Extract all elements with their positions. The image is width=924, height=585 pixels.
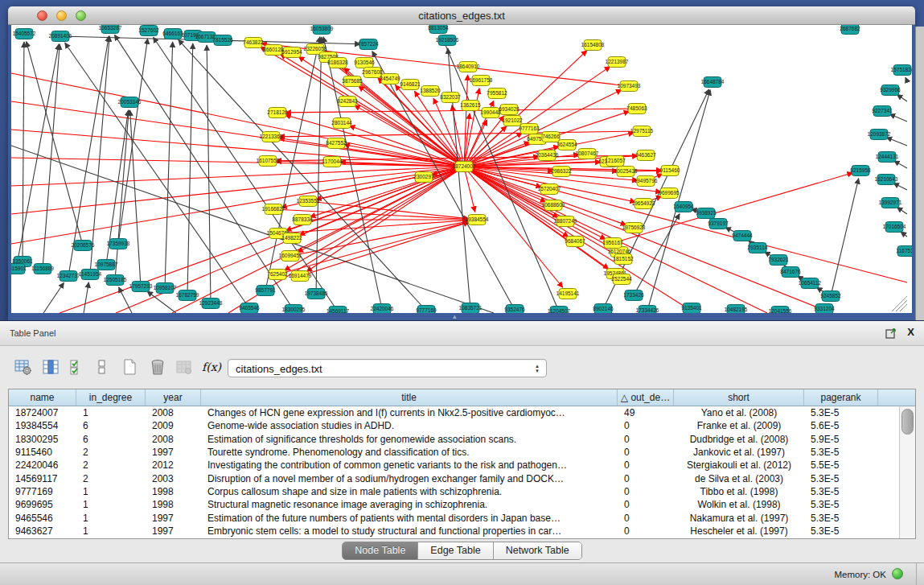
select-all-columns-icon[interactable] [68,356,88,377]
graph-node[interactable]: 18807249 [554,216,577,227]
graph-edge[interactable] [165,42,173,288]
function-builder-icon[interactable]: f(x) [201,356,222,377]
graph-node[interactable]: 10653287 [99,25,122,34]
graph-edge[interactable] [285,109,637,113]
window-resize-grip[interactable] [892,296,907,311]
graph-node[interactable]: 1362615 [460,101,481,111]
graph-node[interactable]: 19654923 [632,199,655,209]
graph-node[interactable]: 9463627 [635,150,656,161]
graph-node[interactable]: 15720407 [538,184,561,195]
graph-node[interactable]: 20891406 [49,31,72,42]
table-row[interactable]: 1938455462009Genome-wide association stu… [9,419,899,432]
graph-node[interactable]: 13992971 [879,198,902,208]
graph-edge[interactable] [464,167,907,282]
graph-node[interactable]: 9352476 [504,305,525,314]
graph-node[interactable]: 1527602 [138,26,159,36]
graph-node[interactable]: 12213363 [260,132,283,142]
graph-node[interactable]: 16961758 [470,76,493,86]
graph-edge[interactable] [886,138,907,146]
graph-node[interactable]: 10973493 [618,81,641,92]
tab-edge-table[interactable]: Edge Table [418,542,493,559]
table-row[interactable]: 2242004622012Investigating the contribut… [9,459,899,472]
graph-node[interactable]: 9242843 [337,97,358,107]
graph-node[interactable]: 12093872 [868,130,891,140]
graph-node[interactable]: 7485063 [626,104,647,114]
graph-edge[interactable] [279,131,642,137]
graph-edge[interactable] [84,282,88,313]
graph-node[interactable]: 1498222 [281,233,302,244]
graph-node[interactable]: 10958107 [154,283,177,294]
network-window-titlebar[interactable]: citations_edges.txt [8,6,915,25]
graph-node[interactable]: 3624554 [556,140,577,150]
graph-node[interactable]: 9684067 [565,237,585,247]
column-header-short[interactable]: short [674,389,804,406]
graph-node[interactable]: 10835721 [459,303,483,314]
graph-node[interactable]: 9379197 [708,219,729,229]
graph-node[interactable]: 12505185 [104,275,127,286]
graph-node[interactable]: 16782759 [176,290,199,301]
table-row[interactable]: 946362711997Embryonic stem cells: a mode… [9,525,899,538]
graph-node[interactable]: 1815152 [613,254,634,265]
graph-node[interactable]: 2935114 [748,243,768,253]
graph-node[interactable]: 1733426 [623,290,644,301]
graph-edge[interactable] [118,39,148,244]
table-mode-settings-icon[interactable] [13,356,34,377]
unselect-all-columns-icon[interactable] [92,356,113,377]
graph-node[interactable]: 1216057 [605,156,626,167]
graph-node[interactable]: 6934028 [499,105,519,115]
graph-edge[interactable] [43,282,64,313]
network-canvas[interactable]: 1540557220891406106532871527602646616310… [11,25,912,313]
graph-node[interactable]: 9315901 [11,264,27,274]
graph-node[interactable]: 1388520 [420,86,441,97]
graph-node[interactable]: 16099451 [279,251,302,262]
graph-node[interactable]: 1170044 [322,157,343,167]
table-row[interactable]: 1830029562008Estimation of significance … [9,433,899,446]
table-row[interactable]: 1872400712008Changes of HCN gene express… [9,406,899,419]
memory-ok-indicator-icon[interactable] [892,568,903,579]
graph-node[interactable]: 17359938 [107,239,130,249]
graph-node[interactable]: 17957293 [129,282,153,292]
scrollbar-thumb[interactable] [901,409,914,435]
graph-edge[interactable] [897,95,907,101]
graph-node[interactable]: 8186328 [327,58,348,68]
graph-node[interactable]: 10025438 [614,167,638,177]
graph-node[interactable]: 2718126 [267,108,288,118]
graph-node[interactable]: 10807467 [576,149,599,159]
graph-edge[interactable] [897,208,907,214]
graph-node[interactable]: 9465546 [239,303,260,314]
graph-node[interactable]: 2522544 [611,274,632,285]
graph-edge[interactable] [889,114,907,122]
graph-node[interactable]: 15405572 [13,29,36,39]
graph-node[interactable]: 9115460 [660,166,680,176]
graph-node[interactable]: 12213987 [606,57,629,68]
graph-node[interactable]: 20053346 [118,97,142,108]
graph-node[interactable]: 19218506 [436,35,459,46]
graph-edge[interactable] [207,45,211,303]
graph-node[interactable]: 20206576 [72,241,95,251]
graph-node[interactable]: 9938923 [696,208,717,219]
graph-node[interactable]: 1640954 [673,202,694,212]
graph-node[interactable]: 9699695 [659,188,680,199]
graph-node[interactable]: 3875685 [342,76,363,87]
graph-node[interactable]: 18300295 [282,305,306,314]
graph-edge[interactable] [11,167,464,214]
graph-edge[interactable] [647,90,710,311]
graph-node[interactable]: 8660128 [263,45,284,56]
graph-node[interactable]: 15751824 [891,65,912,76]
table-row[interactable]: 1456911722003Disruption of a novel membe… [9,472,899,484]
graph-node[interactable]: 12444131 [876,152,899,163]
table-row[interactable]: 969969511998Structural magnetic resonanc… [9,498,899,511]
graph-node[interactable]: 17016504 [883,222,906,233]
graph-node[interactable]: 18640910 [457,62,480,72]
graph-node[interactable]: 9245852 [820,291,841,302]
graph-node[interactable]: 9135401 [681,303,702,314]
graph-node[interactable]: 8902146 [593,304,614,314]
delete-columns-icon[interactable] [147,356,168,377]
graph-edge[interactable] [11,73,464,167]
graph-edge[interactable] [464,167,606,239]
graph-node[interactable]: 11451954 [79,270,102,280]
graph-edge[interactable] [906,77,907,81]
graph-node[interactable]: 9857791 [255,286,276,296]
graph-node[interactable]: 12975115 [630,126,654,137]
show-columns-icon[interactable] [40,356,61,377]
